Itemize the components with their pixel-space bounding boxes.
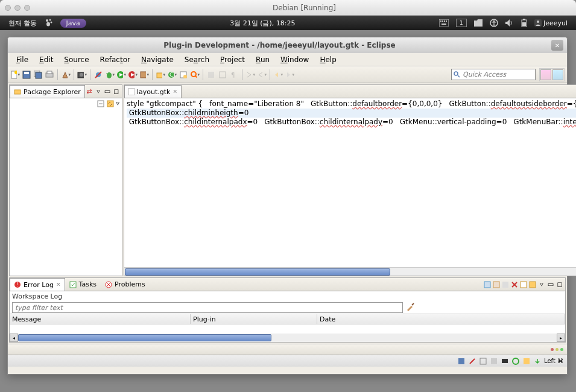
view-menu-icon[interactable]: ▿ [537, 281, 546, 288]
print-icon[interactable] [45, 70, 54, 80]
close-editor-icon[interactable]: ✕ [172, 89, 177, 95]
maximize-icon[interactable]: ◻ [555, 281, 564, 288]
error-log-tab[interactable]: ! Error Log ✕ [10, 278, 65, 291]
vm-zoom-button[interactable] [24, 5, 30, 11]
skip-breakpoints-icon[interactable] [93, 70, 103, 80]
svg-rect-74 [524, 358, 530, 364]
view-menu-icon[interactable]: ▿ [94, 88, 103, 95]
export-log-icon[interactable] [483, 281, 492, 288]
activities-label[interactable]: 현재 활동 [8, 19, 37, 28]
log-horizontal-scrollbar[interactable]: ◂ ▸ [10, 334, 565, 342]
close-button[interactable]: ✕ [551, 40, 563, 51]
close-tab-icon[interactable]: ✕ [56, 282, 61, 288]
svg-rect-62 [493, 282, 499, 288]
minimize-icon[interactable]: ▭ [103, 88, 112, 95]
quick-access-input[interactable] [451, 69, 536, 80]
svg-rect-66 [521, 282, 527, 288]
collapse-all-icon[interactable] [97, 100, 105, 108]
build-icon[interactable]: ▾ [61, 70, 71, 80]
prev-annotation-icon[interactable]: ▾ [257, 70, 267, 80]
vm-minimize-button[interactable] [14, 5, 21, 11]
next-annotation-icon[interactable]: ▾ [245, 70, 255, 80]
status-down-icon[interactable] [533, 357, 542, 365]
menu-project[interactable]: Project [215, 54, 250, 65]
clear-log-icon[interactable] [501, 281, 510, 288]
status-pen-icon[interactable] [468, 357, 476, 365]
svg-rect-13 [523, 19, 525, 20]
open-perspective-button[interactable] [540, 69, 551, 80]
external-tools-icon[interactable]: ▾ [139, 70, 149, 80]
run-last-icon[interactable]: ▾ [128, 70, 138, 80]
new-icon[interactable]: ▾ [10, 70, 20, 80]
workspace-indicator[interactable]: 1 [456, 19, 467, 27]
link-editor-icon[interactable]: ⇄ [85, 88, 93, 95]
restore-log-icon[interactable] [528, 281, 537, 288]
tasks-tab[interactable]: Tasks [65, 278, 101, 291]
plugin-perspective-button[interactable] [552, 69, 563, 80]
horizontal-scrollbar[interactable] [124, 267, 576, 276]
status-box1-icon[interactable] [479, 357, 487, 365]
menu-search[interactable]: Search [180, 54, 214, 65]
svg-rect-8 [446, 21, 447, 22]
svg-point-2 [50, 22, 52, 24]
eclipse-titlebar[interactable]: Plug-in Development - /home/jeeeyul/layo… [8, 37, 567, 53]
search-icon[interactable]: ▾ [190, 70, 200, 80]
menu-edit[interactable]: Edit [34, 54, 58, 65]
menu-refactor[interactable]: Refactor [95, 54, 135, 65]
save-icon[interactable] [22, 70, 31, 80]
clear-filter-icon[interactable] [405, 302, 416, 313]
svg-rect-24 [47, 71, 52, 74]
battery-icon[interactable] [521, 19, 527, 27]
svg-point-45 [454, 72, 458, 75]
status-disk-icon[interactable] [457, 357, 466, 365]
user-menu[interactable]: Jeeeyul [534, 19, 568, 27]
new-package-icon[interactable]: ▾ [156, 70, 165, 80]
status-box2-icon[interactable] [490, 357, 498, 365]
menu-run[interactable]: Run [251, 54, 274, 65]
focus-icon[interactable]: ▿ [116, 100, 119, 108]
debug-icon[interactable]: ▾ [105, 70, 115, 80]
status-recycle-icon[interactable] [511, 357, 520, 365]
forward-icon[interactable]: ▾ [285, 70, 294, 80]
col-date[interactable]: Date [317, 314, 565, 324]
minimize-icon[interactable]: ▭ [546, 281, 555, 288]
back-icon[interactable]: ▾ [273, 70, 283, 80]
package-explorer-tab[interactable]: Package Explorer [10, 85, 85, 98]
link-with-editor-icon[interactable] [106, 100, 115, 108]
editor-tab[interactable]: layout.gtk ✕ [124, 85, 182, 98]
files-icon[interactable] [474, 19, 483, 27]
vm-title: Debian [Running] [37, 4, 571, 12]
col-message[interactable]: Message [10, 314, 191, 324]
editor-body[interactable]: style "gtkcompact" { font_name="Liberati… [124, 98, 576, 276]
run-icon[interactable]: ▾ [116, 70, 126, 80]
status-monitor-icon[interactable] [501, 357, 509, 365]
clock[interactable]: 3월 21일 (금), 18:25 [230, 19, 295, 28]
menu-help[interactable]: Help [315, 54, 341, 65]
new-class-icon[interactable]: C▾ [167, 70, 177, 80]
vm-close-button[interactable] [5, 5, 11, 11]
java-perspective-indicator[interactable]: Java [60, 19, 86, 28]
open-log-icon[interactable] [519, 281, 528, 288]
col-plugin[interactable]: Plug-in [191, 314, 317, 324]
menu-navigate[interactable]: Navigate [136, 54, 179, 65]
status-share-icon[interactable] [522, 357, 531, 365]
gnome-foot-icon[interactable] [45, 19, 53, 27]
save-all-icon[interactable] [33, 70, 43, 80]
maximize-icon[interactable]: ◻ [112, 88, 121, 95]
toggle-mark-icon[interactable] [206, 70, 216, 80]
import-log-icon[interactable] [492, 281, 501, 288]
svg-rect-35 [157, 73, 162, 78]
filter-input[interactable] [12, 302, 403, 313]
problems-tab[interactable]: Problems [101, 278, 150, 291]
toggle-block-icon[interactable] [218, 70, 227, 80]
delete-log-icon[interactable] [510, 281, 519, 288]
menu-file[interactable]: File [11, 54, 33, 65]
keyboard-icon[interactable] [439, 19, 449, 27]
open-type-icon[interactable] [179, 70, 188, 80]
menu-window[interactable]: Window [276, 54, 314, 65]
volume-icon[interactable] [505, 19, 514, 27]
menu-source[interactable]: Source [59, 54, 93, 65]
show-whitespace-icon[interactable]: ¶ [229, 70, 239, 80]
screenshot-icon[interactable]: ▾ [77, 70, 87, 80]
accessibility-icon[interactable] [490, 19, 498, 27]
